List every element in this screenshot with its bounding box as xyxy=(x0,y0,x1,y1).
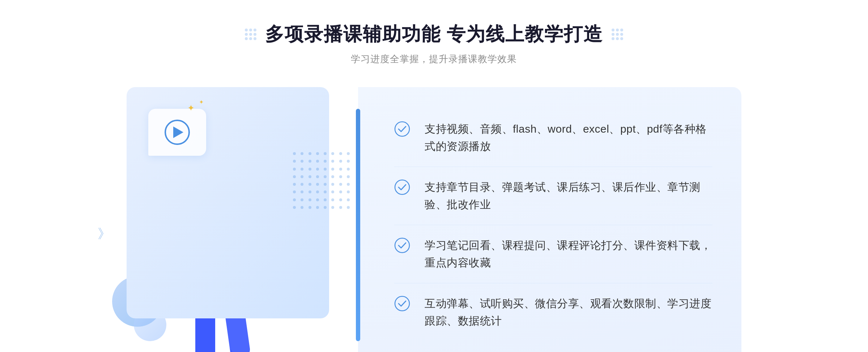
feature-text-4: 互动弹幕、试听购买、微信分享、观看次数限制、学习进度跟踪、数据统计 xyxy=(425,295,712,330)
svg-point-14 xyxy=(395,122,409,136)
dots-pattern xyxy=(293,152,351,210)
svg-point-16 xyxy=(395,238,409,253)
feature-text-2: 支持章节目录、弹题考试、课后练习、课后作业、章节测验、批改作业 xyxy=(425,179,712,213)
arrows-decoration: 》 xyxy=(98,225,111,243)
features-area: 支持视频、音频、flash、word、excel、ppt、pdf等各种格式的资源… xyxy=(358,87,741,352)
play-icon xyxy=(165,120,190,145)
feature-item-1: 支持视频、音频、flash、word、excel、ppt、pdf等各种格式的资源… xyxy=(394,109,712,167)
subtitle: 学习进度全掌握，提升录播课教学效果 xyxy=(351,53,517,65)
check-icon-2 xyxy=(394,179,410,195)
header-section: 多项录播课辅助功能 专为线上教学打造 学习进度全掌握，提升录播课教学效果 xyxy=(245,22,623,65)
play-bubble xyxy=(148,109,206,156)
feature-text-3: 学习笔记回看、课程提问、课程评论打分、课件资料下载，重点内容收藏 xyxy=(425,237,712,271)
svg-point-17 xyxy=(395,296,409,311)
play-triangle xyxy=(173,126,183,138)
blue-accent-bar xyxy=(356,109,360,341)
check-icon-3 xyxy=(394,237,410,253)
sparkle-icon-1: ✦ xyxy=(187,103,195,113)
illustration-area: ✦ ✦ xyxy=(127,87,358,352)
feature-item-3: 学习笔记回看、课程提问、课程评论打分、课件资料下载，重点内容收藏 xyxy=(394,225,712,283)
page-container: 多项录播课辅助功能 专为线上教学打造 学习进度全掌握，提升录播课教学效果 》 xyxy=(0,0,868,352)
feature-text-1: 支持视频、音频、flash、word、excel、ppt、pdf等各种格式的资源… xyxy=(425,120,712,155)
check-icon-4 xyxy=(394,296,410,312)
svg-point-15 xyxy=(395,180,409,194)
main-title: 多项录播课辅助功能 专为线上教学打造 xyxy=(265,22,603,47)
right-decoration xyxy=(612,29,623,40)
check-icon-1 xyxy=(394,121,410,137)
feature-item-4: 互动弹幕、试听购买、微信分享、观看次数限制、学习进度跟踪、数据统计 xyxy=(394,283,712,341)
title-row: 多项录播课辅助功能 专为线上教学打造 xyxy=(245,22,623,47)
content-area: 》 ✦ ✦ xyxy=(127,87,741,352)
sparkle-icon-2: ✦ xyxy=(199,99,204,106)
feature-item-2: 支持章节目录、弹题考试、课后练习、课后作业、章节测验、批改作业 xyxy=(394,167,712,225)
left-decoration xyxy=(245,29,256,40)
